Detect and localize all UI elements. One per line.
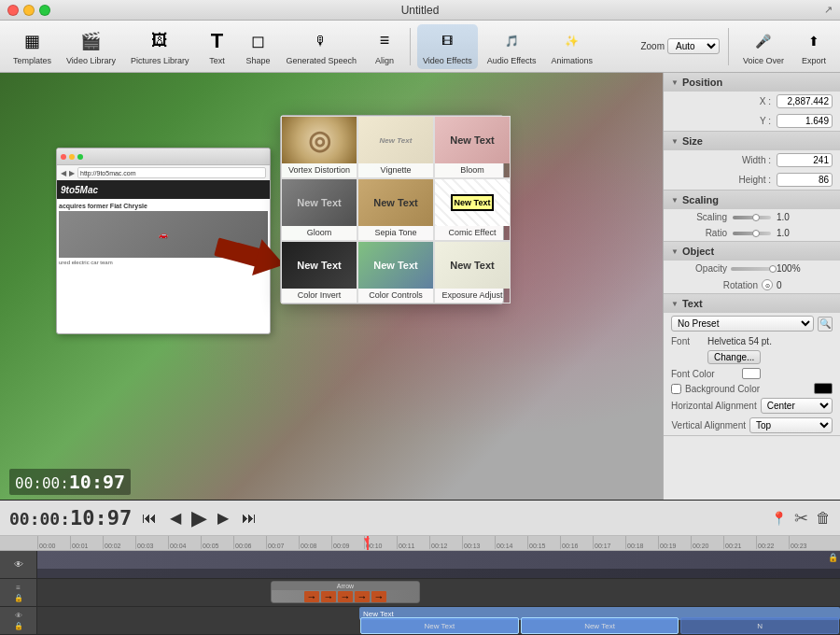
- right-panel: ▼ Position X : Y : ▼ Size Width :: [663, 73, 840, 500]
- zoom-select[interactable]: Auto 50% 75% 100%: [667, 38, 720, 54]
- close-button[interactable]: [7, 5, 19, 16]
- browser-close: [61, 154, 66, 160]
- voiceover-label: Voice Over: [743, 56, 784, 65]
- toolbar-item-export[interactable]: ⬆ Export: [795, 24, 833, 69]
- ruler-mark: 00:20: [691, 536, 723, 549]
- bg-color-label: Background Color: [685, 384, 760, 394]
- site-headline: acquires former Fiat Chrysle: [59, 203, 268, 209]
- site-header: 9to5Mac: [57, 180, 270, 199]
- minimize-button[interactable]: [23, 5, 35, 16]
- object-section: ▼ Object Opacity 100% Rotation ⊙ 0: [664, 242, 840, 294]
- toolbar-item-video-effects[interactable]: 🎞 Video Effects: [417, 24, 478, 69]
- text-segment-2[interactable]: New Text: [521, 617, 679, 634]
- effect-bloom[interactable]: New Text Bloom: [434, 116, 511, 178]
- text-segment-3[interactable]: N: [680, 617, 839, 634]
- ruler-mark: 00:02: [103, 536, 135, 549]
- toolbar-item-audio-effects[interactable]: 🎵 Audio Effects: [482, 24, 542, 69]
- cut-button[interactable]: ✂: [794, 508, 808, 529]
- voiceover-icon: 🎤: [750, 28, 777, 54]
- address-bar: http://9to5mac.com: [77, 167, 266, 178]
- track-lock-text[interactable]: 🔒: [14, 622, 23, 630]
- toolbar-item-shape[interactable]: ◻ Shape: [239, 24, 276, 69]
- audio-effects-label: Audio Effects: [487, 56, 537, 65]
- timeline-timecode: 00:00:10:97: [9, 506, 132, 529]
- effect-comic-effect[interactable]: New Text Comic Effect: [434, 178, 511, 241]
- scaling-header[interactable]: ▼ Scaling: [664, 190, 840, 209]
- toolbar-item-video-library[interactable]: 🎬 Video Library: [61, 24, 121, 69]
- playhead[interactable]: [367, 536, 369, 550]
- prev-frame-button[interactable]: ◀: [167, 509, 184, 527]
- h-align-select[interactable]: Center Left Right: [761, 398, 833, 414]
- ruler-marks: 00:00 00:01 00:02 00:03 00:04 00:05 00:0…: [0, 536, 840, 549]
- zoom-label: Zoom: [640, 41, 665, 51]
- x-input[interactable]: [777, 94, 833, 108]
- toolbar-item-speech[interactable]: 🎙 Generated Speech: [280, 24, 362, 69]
- window-controls[interactable]: [7, 5, 50, 16]
- effect-exposure-adjust[interactable]: New Text Exposure Adjust: [434, 241, 511, 303]
- toolbar-item-voiceover[interactable]: 🎤 Voice Over: [737, 24, 790, 69]
- ruler-mark: 00:21: [723, 536, 756, 549]
- expand-icon[interactable]: ↗: [824, 4, 833, 16]
- text-track-header: 👁 🔒: [0, 607, 37, 634]
- effect-gloom[interactable]: New Text Gloom: [281, 178, 357, 241]
- position-header[interactable]: ▼ Position: [664, 73, 840, 92]
- width-input[interactable]: [777, 153, 833, 167]
- go-to-start-button[interactable]: ⏮: [139, 510, 160, 527]
- rotation-dial[interactable]: ⊙: [762, 279, 773, 290]
- v-align-select[interactable]: Top Middle Bottom: [749, 417, 833, 433]
- bg-color-swatch[interactable]: [814, 383, 833, 394]
- effect-vignette[interactable]: New Text Vignette: [357, 116, 434, 178]
- track-lines-icon: ≡: [16, 584, 21, 592]
- video-canvas[interactable]: ◀ ▶ http://9to5mac.com 9to5Mac acquires …: [0, 73, 663, 500]
- exposure-preview: New Text: [435, 242, 510, 289]
- go-to-end-button[interactable]: ⏭: [239, 510, 259, 527]
- gloom-label: Gloom: [307, 226, 332, 240]
- preset-select[interactable]: No Preset: [671, 316, 814, 332]
- arrow-track: ≡ 🔒 Arrow → → → → →: [0, 579, 840, 607]
- effect-vortex-distortion[interactable]: Vortex Distortion: [281, 116, 357, 178]
- magnifier-button[interactable]: 🔍: [818, 317, 833, 332]
- text-segment-1[interactable]: New Text: [360, 617, 519, 634]
- maximize-button[interactable]: [39, 5, 50, 16]
- next-frame-button[interactable]: ▶: [215, 509, 231, 527]
- main-area: ◀ ▶ http://9to5mac.com 9to5Mac acquires …: [0, 73, 840, 500]
- toolbar-item-templates[interactable]: ▦ Templates: [7, 24, 57, 69]
- track-lock-small[interactable]: 🔒: [14, 594, 23, 602]
- opacity-row: Opacity 100%: [664, 261, 840, 276]
- toolbar-item-align[interactable]: ≡ Align: [366, 24, 403, 69]
- arrow-thumb-4: →: [355, 591, 370, 602]
- toolbar-item-text[interactable]: T Text: [198, 24, 235, 69]
- marker-icon[interactable]: 📍: [771, 511, 787, 526]
- height-input[interactable]: [777, 173, 833, 187]
- change-font-button[interactable]: Change...: [707, 350, 761, 364]
- eye-icon-2[interactable]: 👁: [15, 612, 22, 620]
- play-button[interactable]: ▶: [191, 506, 207, 530]
- ratio-slider[interactable]: [733, 232, 771, 235]
- vignette-label: Vignette: [381, 163, 412, 177]
- ruler-mark: 00:18: [625, 536, 658, 549]
- size-header[interactable]: ▼ Size: [664, 132, 840, 150]
- font-color-swatch[interactable]: [742, 368, 761, 379]
- effect-color-controls[interactable]: New Text Color Controls: [357, 241, 434, 303]
- site-logo: 9to5Mac: [61, 185, 98, 195]
- track-lock-icon[interactable]: 🔒: [828, 553, 838, 562]
- text-label: Text: [209, 56, 225, 65]
- eye-icon[interactable]: 👁: [14, 559, 23, 570]
- bg-color-checkbox[interactable]: [671, 384, 681, 394]
- ruler-mark: 00:23: [789, 536, 821, 549]
- text-header[interactable]: ▼ Text: [664, 294, 840, 313]
- y-input[interactable]: [777, 114, 833, 128]
- vortex-label: Vortex Distortion: [288, 163, 350, 177]
- delete-button[interactable]: 🗑: [816, 510, 831, 527]
- ruler-mark: 00:17: [593, 536, 625, 549]
- effect-sepia-tone[interactable]: New Text Sepia Tone: [357, 178, 434, 241]
- effect-color-invert[interactable]: New Text Color Invert: [281, 241, 357, 303]
- arrow-track-content: Arrow → → → → →: [37, 579, 840, 606]
- object-header[interactable]: ▼ Object: [664, 242, 840, 261]
- toolbar-item-animations[interactable]: ✨ Animations: [546, 24, 599, 69]
- toolbar-item-pictures[interactable]: 🖼 Pictures Library: [125, 24, 195, 69]
- scaling-triangle: ▼: [671, 196, 679, 205]
- scaling-slider[interactable]: [733, 216, 771, 219]
- arrow-clip[interactable]: Arrow → → → → →: [271, 581, 420, 603]
- opacity-slider[interactable]: [731, 267, 773, 271]
